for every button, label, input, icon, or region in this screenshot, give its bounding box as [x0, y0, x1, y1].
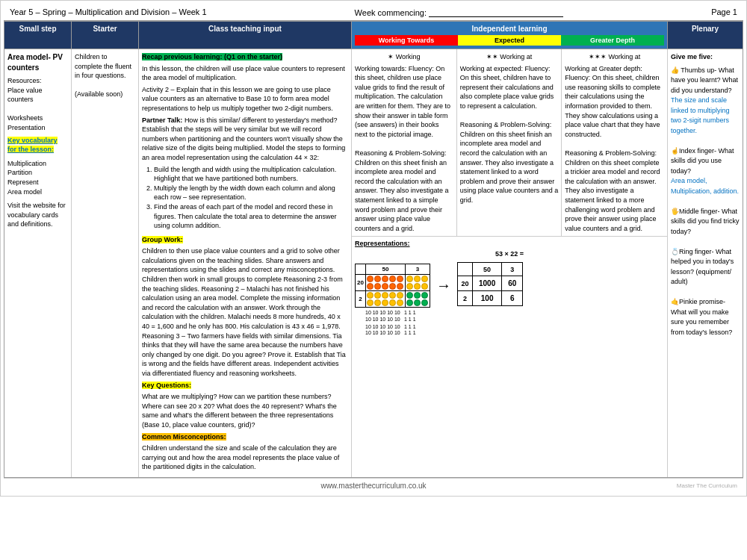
indep-learning-col: ✶ Working Working towards: Fluency: On t… [352, 49, 668, 477]
col-small-step: Small step [4, 22, 72, 49]
vocab-link[interactable]: Key vocabulary for the lesson: [7, 137, 58, 154]
vocab-section: Key vocabulary for the lesson: [7, 136, 68, 155]
wt-text: Working towards: Fluency: On this sheet,… [355, 65, 450, 138]
step-3: Find the areas of each part of the model… [154, 202, 348, 231]
counter-table: 50 3 20 [355, 264, 430, 308]
gd-reasoning: Reasoning & Problem-Solving: Children on… [565, 149, 664, 233]
hundred-counters [367, 276, 404, 290]
column-headers: Small step Starter Class teaching input … [4, 21, 743, 49]
resources-section: Resources: Place value counters Workshee… [7, 76, 68, 133]
key-questions-text: What are we multiplying? How can we part… [142, 392, 348, 429]
ring-text: 💍Ring finger- What helped you in today's… [671, 247, 740, 287]
header-page: Page 1 [711, 7, 737, 16]
footer: www.masterthecurriculum.co.uk Master The… [4, 478, 743, 493]
activity2-text: Activity 2 – Explain that in this lesson… [142, 85, 348, 113]
footer-website: www.masterthecurriculum.co.uk [320, 482, 426, 490]
expected-col: ✶✶ Working at Working at expected: Fluen… [457, 49, 562, 236]
greater-depth-col: ✶✶✶ Working at Working at Greater depth:… [562, 49, 667, 236]
greater-depth-header: Greater Depth [561, 35, 664, 46]
middle-text: 🖐️Middle finger- What skills did you fin… [671, 207, 740, 237]
pinkie-text: 🤙Pinkie promise- What will you make sure… [671, 297, 740, 337]
steps-list: Build the length and width using the mul… [154, 165, 348, 231]
ten-counters-row2 [367, 292, 404, 306]
thumbs-text: 👍 Thumbs up- What have you learnt? What … [671, 66, 740, 96]
rep-label: Representations: [355, 240, 664, 247]
step-1: Build the length and width using the mul… [154, 165, 348, 184]
starter-col: Children to complete the fluent in four … [72, 49, 139, 477]
vocab-words: Multiplication Partition Represent Area … [7, 159, 68, 196]
right-grid-area: 50 3 20 1000 60 2 100 6 [457, 262, 523, 306]
right-grid-table: 50 3 20 1000 60 2 100 6 [457, 262, 523, 306]
visit-text: Visit the website for vocabulary cards a… [7, 201, 68, 229]
page-container: Year 5 – Spring – Multiplication and Div… [0, 0, 747, 497]
starter-text: Children to complete the fluent in four … [75, 52, 135, 81]
key-questions-label: Key Questions: [142, 382, 191, 389]
teaching-col: Recap previous learning: (Q1 on the star… [139, 49, 352, 477]
recap-label: Recap previous learning: (Q1 on the star… [142, 53, 282, 60]
group-work-text: Children to then use place value counter… [142, 246, 348, 378]
group-work-label: Group Work: [142, 236, 183, 243]
representations-section: Representations: 53 × 22 = 50 3 [352, 237, 667, 340]
rep-grids: 50 3 20 [355, 262, 664, 337]
col-indep: Independent learning Working Towards Exp… [352, 22, 668, 49]
page-header: Year 5 – Spring – Multiplication and Div… [4, 4, 743, 21]
footer-logo: Master The Curriculum [677, 482, 737, 489]
indep-three-cols: ✶ Working Working towards: Fluency: On t… [352, 49, 667, 237]
wt-working: Working [396, 53, 421, 60]
header-title: Year 5 – Spring – Multiplication and Div… [10, 7, 207, 16]
one-counters [406, 292, 429, 306]
give-me-five: Give me five: [671, 52, 740, 63]
misconceptions-label: Common Misconceptions: [142, 433, 226, 441]
ten-counters [406, 276, 429, 290]
starter-available: (Available soon) [75, 90, 135, 99]
step-2: Multiply the length by the width down ea… [154, 184, 348, 202]
counter-grid-area: 50 3 20 [355, 262, 430, 337]
wt-reasoning: Reasoning & Problem-Solving: Children on… [355, 149, 453, 233]
partner-talk-label: Partner Talk: [142, 116, 182, 124]
col-teaching: Class teaching input [139, 22, 352, 49]
expected-text: Working at expected: Fluency: On this sh… [460, 64, 559, 111]
header-week: Week commencing: [355, 7, 563, 17]
misconceptions-text: Children understand the size and scale o… [142, 444, 348, 472]
plenary-col: Give me five: 👍 Thumbs up- What have you… [668, 49, 743, 477]
expected-header: Expected [458, 35, 561, 46]
gd-text: Working at Greater depth: Fluency: On th… [565, 64, 664, 140]
size-scale-text: The size and scale linked to multiplying… [671, 96, 740, 136]
expected-reasoning: Reasoning & Problem-Solving: Children on… [460, 120, 559, 205]
small-number-labels: 10 10 10 10 1010 10 10 10 10 1 1 11 1 1 … [365, 310, 430, 337]
indep-subheaders: Working Towards Expected Greater Depth [355, 35, 664, 46]
small-step-title: Area model- PV counters [7, 52, 68, 73]
small-step-col: Area model- PV counters Resources: Place… [4, 49, 72, 477]
rep-equation: 53 × 22 = [355, 250, 664, 258]
main-content: Area model- PV counters Resources: Place… [4, 49, 743, 478]
col-starter: Starter [72, 22, 139, 49]
working-towards-col: ✶ Working Working towards: Fluency: On t… [352, 49, 457, 236]
index-text: ☝️Index finger- What skills did you use … [671, 146, 740, 177]
recap-text: In this lesson, the children will use pl… [142, 64, 348, 83]
index-skills-text: Area model, Multiplication, addition. [671, 176, 740, 196]
col-plenary: Plenary [668, 22, 743, 49]
arrow-right: → [436, 262, 451, 294]
working-towards-header: Working Towards [355, 35, 458, 46]
